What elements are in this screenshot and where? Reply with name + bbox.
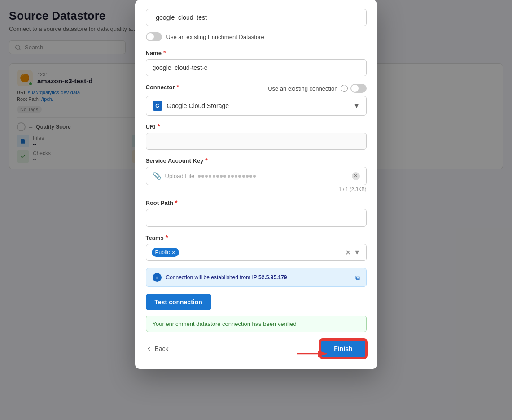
modal-overlay: Use an existing Enrichment Datastore Nam… xyxy=(0,0,512,420)
connector-select[interactable]: G Google Cloud Storage ▼ xyxy=(146,96,367,116)
required-star-teams: * xyxy=(166,234,168,241)
chevron-down-teams-icon[interactable]: ▼ xyxy=(354,248,361,256)
upload-label[interactable]: Upload File xyxy=(165,173,195,179)
ip-address: 52.5.95.179 xyxy=(258,274,287,281)
use-existing-conn-toggle[interactable] xyxy=(350,84,367,93)
service-account-key-group: Service Account Key * 📎 Upload File xyxy=(146,157,367,192)
root-path-label: Root Path * xyxy=(146,199,367,206)
teams-label: Teams * xyxy=(146,234,367,241)
ip-text: Connection will be established from IP 5… xyxy=(166,274,351,281)
chevron-down-icon: ▼ xyxy=(354,102,360,109)
file-size-hint: 1 / 1 (2.3KB) xyxy=(146,186,367,192)
name-label: Name * xyxy=(146,49,367,56)
back-button[interactable]: Back xyxy=(146,345,169,352)
clear-icon[interactable]: ✕ xyxy=(352,172,360,180)
teams-field-group: Teams * Public ✕ ✕ ▼ xyxy=(146,234,367,261)
root-path-field-group: Root Path * xyxy=(146,199,367,227)
required-star-uri: * xyxy=(158,123,160,130)
copy-icon[interactable]: ⧉ xyxy=(355,274,360,281)
connector-label: Connector * xyxy=(146,83,179,91)
connector-row: Connector * Use an existing connection i xyxy=(146,83,367,93)
name-field-group: Name * xyxy=(146,49,367,76)
root-path-input[interactable] xyxy=(146,209,367,227)
modal-footer: Back Finish xyxy=(135,332,377,369)
teams-input[interactable]: Public ✕ ✕ ▼ xyxy=(146,244,367,261)
use-existing-label: Use an existing connection i xyxy=(268,84,366,93)
modal-dialog: Use an existing Enrichment Datastore Nam… xyxy=(135,0,377,369)
required-star-root: * xyxy=(175,199,177,206)
connector-value: Google Cloud Storage xyxy=(167,102,229,109)
tag-remove-icon[interactable]: ✕ xyxy=(171,250,175,255)
test-connection-button[interactable]: Test connection xyxy=(146,294,211,310)
gcs-icon: G xyxy=(153,101,162,111)
modal-body: Use an existing Enrichment Datastore Nam… xyxy=(135,0,377,332)
datastore-name-input[interactable] xyxy=(146,9,367,26)
uri-field-group: URI * xyxy=(146,123,367,150)
ip-notice: i Connection will be established from IP… xyxy=(146,268,367,287)
required-star: * xyxy=(163,49,166,56)
uri-input-wrapper xyxy=(146,133,367,150)
info-icon[interactable]: i xyxy=(341,85,348,92)
back-arrow-icon xyxy=(146,346,152,352)
existing-enrichment-toggle[interactable] xyxy=(146,32,162,41)
existing-enrichment-toggle-row: Use an existing Enrichment Datastore xyxy=(146,32,367,41)
tag-label: Public xyxy=(155,249,170,255)
public-tag[interactable]: Public ✕ xyxy=(152,248,179,257)
name-input[interactable] xyxy=(146,59,367,76)
red-arrow-indicator xyxy=(297,348,333,359)
uri-input[interactable] xyxy=(146,133,367,150)
x-icon[interactable]: ✕ xyxy=(345,248,351,257)
toggle-label: Use an existing Enrichment Datastore xyxy=(166,34,264,40)
masked-content xyxy=(198,175,348,178)
service-key-wrapper: 📎 Upload File xyxy=(146,167,367,185)
service-account-key-label: Service Account Key * xyxy=(146,157,367,164)
paperclip-icon: 📎 xyxy=(153,172,162,180)
required-star-key: * xyxy=(205,157,207,164)
info-circle-icon: i xyxy=(153,273,162,282)
connector-field-group: Connector * Use an existing connection i… xyxy=(146,83,367,116)
teams-icons: ✕ ▼ xyxy=(345,248,361,257)
success-banner: Your enrichment datastore connection has… xyxy=(146,316,367,332)
required-star-connector: * xyxy=(177,83,179,91)
uri-label: URI * xyxy=(146,123,367,130)
